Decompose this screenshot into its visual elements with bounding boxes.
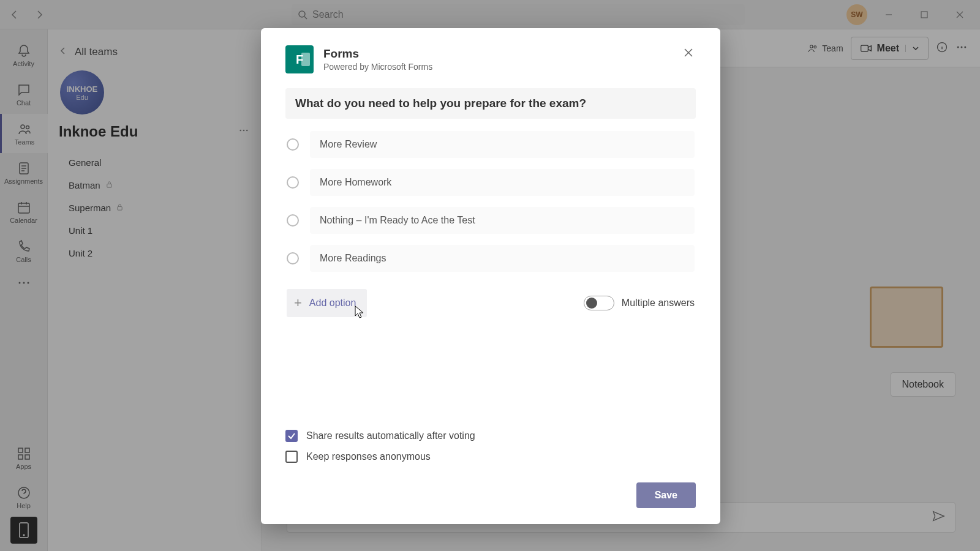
option-row: More Homework <box>287 169 695 196</box>
forms-modal: F Forms Powered by Microsoft Forms What … <box>261 28 720 524</box>
share-results-checkbox[interactable] <box>285 430 298 442</box>
share-results-label: Share results automatically after voting <box>306 430 475 441</box>
radio-icon[interactable] <box>287 138 299 151</box>
option-input[interactable]: More Readings <box>310 245 695 272</box>
save-button[interactable]: Save <box>636 482 696 508</box>
option-input[interactable]: More Homework <box>310 169 695 196</box>
question-input[interactable]: What do you need to help you prepare for… <box>285 88 696 119</box>
options-list: More Review More Homework Nothing – I'm … <box>285 131 696 272</box>
modal-subtitle: Powered by Microsoft Forms <box>323 62 432 72</box>
multiple-answers-label: Multiple answers <box>622 298 695 309</box>
option-input[interactable]: More Review <box>310 131 695 158</box>
option-row: Nothing – I'm Ready to Ace the Test <box>287 207 695 234</box>
option-row: More Review <box>287 131 695 158</box>
add-option-button[interactable]: + Add option <box>287 289 367 317</box>
keep-anonymous-checkbox[interactable] <box>285 451 298 463</box>
option-input[interactable]: Nothing – I'm Ready to Ace the Test <box>310 207 695 234</box>
option-row: More Readings <box>287 245 695 272</box>
radio-icon[interactable] <box>287 176 299 189</box>
keep-anonymous-label: Keep responses anonymous <box>306 451 431 462</box>
forms-app-icon: F <box>285 45 314 73</box>
modal-close-button[interactable] <box>679 43 698 62</box>
modal-title: Forms <box>323 47 432 61</box>
plus-icon: + <box>294 295 302 311</box>
multiple-answers-toggle[interactable] <box>584 296 614 310</box>
radio-icon[interactable] <box>287 214 299 227</box>
radio-icon[interactable] <box>287 252 299 264</box>
